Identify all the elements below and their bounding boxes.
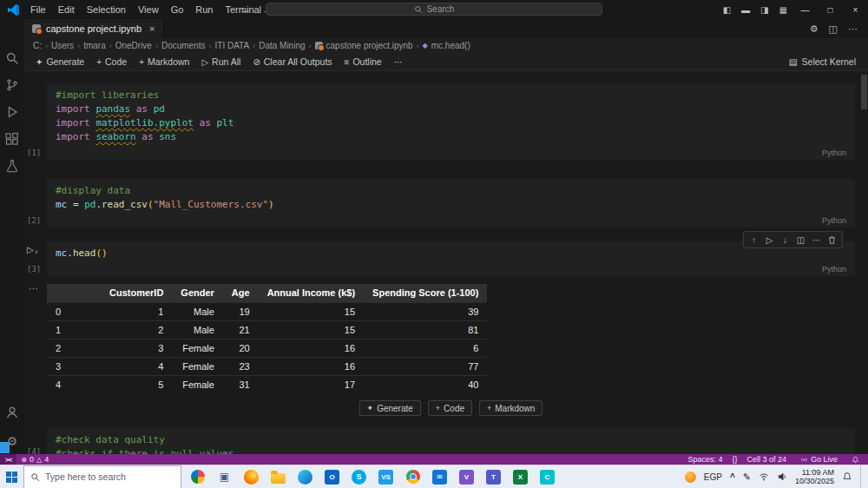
run-cell-button[interactable]: ▷∨ <box>27 245 38 254</box>
weather-widget-icon[interactable] <box>685 472 696 483</box>
close-tab-icon[interactable]: × <box>149 23 155 34</box>
taskbar-clock[interactable]: 11:09 AM 10/30/2025 <box>795 468 834 486</box>
code-line[interactable]: #check data quality <box>56 433 855 447</box>
taskbar-search[interactable]: Type here to search <box>23 465 181 488</box>
code-editor[interactable]: mc.head() <box>47 241 855 260</box>
customize-layout-icon[interactable]: ▦ <box>774 5 792 15</box>
toggle-sidebar-icon[interactable]: ◧ <box>718 5 736 15</box>
command-center-search[interactable]: Search <box>266 3 602 16</box>
editor-scrollbar[interactable] <box>861 75 867 109</box>
toolbar-more-button[interactable]: ⋯ <box>388 53 409 70</box>
output-more-icon[interactable]: ⋯ <box>29 283 38 294</box>
accounts-button[interactable] <box>0 400 24 427</box>
problems-status[interactable]: ⊗ 0 △ 4 <box>16 455 53 464</box>
menu-run[interactable]: Run <box>189 0 219 19</box>
go-live-button[interactable]: Go Live <box>796 455 842 464</box>
toggle-secondary-sidebar-icon[interactable]: ◨ <box>755 5 773 15</box>
notifications-bell-icon[interactable] <box>852 456 859 464</box>
taskbar-app-teams[interactable]: T <box>480 465 507 488</box>
currency-label[interactable]: EGP <box>704 472 722 482</box>
code-line[interactable]: mc = pd.read_csv("Mall_Customers.csv") <box>56 198 855 212</box>
taskbar-app-excel[interactable]: X <box>507 465 534 488</box>
close-window-button[interactable]: × <box>843 0 868 19</box>
breadcrumb-item[interactable]: Data Mining <box>259 41 305 50</box>
pen-icon[interactable]: ✎ <box>743 472 751 483</box>
maximize-button[interactable]: □ <box>818 0 843 19</box>
execute-below-button[interactable]: ↓ <box>778 233 792 247</box>
taskbar-app-edge[interactable] <box>292 465 319 488</box>
start-button[interactable] <box>0 465 23 488</box>
taskbar-app-file-explorer[interactable] <box>265 465 292 488</box>
action-center-icon[interactable] <box>842 472 852 482</box>
taskbar-app-task-view[interactable]: ▣ <box>211 465 238 488</box>
show-desktop-button[interactable] <box>860 465 864 488</box>
remote-indicator[interactable]: >< <box>0 454 16 465</box>
breadcrumb-item[interactable]: ITI DATA <box>215 41 250 50</box>
split-editor-icon[interactable]: ◫ <box>829 23 838 35</box>
toolbar-code-button[interactable]: +Code <box>90 53 133 70</box>
split-cell-button[interactable]: ◫ <box>793 233 808 247</box>
delete-cell-button[interactable] <box>825 233 839 247</box>
toolbar-markdown-button[interactable]: +Markdown <box>133 53 195 70</box>
code-line[interactable]: mc.head() <box>56 247 855 260</box>
taskbar-app-vscode[interactable]: VS <box>372 465 399 488</box>
breadcrumb-item[interactable]: Documents <box>161 41 206 50</box>
taskbar-app-outlook[interactable]: O <box>319 465 345 488</box>
toggle-panel-icon[interactable]: ▬ <box>736 5 755 15</box>
activitybar-extensions[interactable] <box>0 127 24 154</box>
volume-icon[interactable] <box>777 472 787 482</box>
activitybar-source-control[interactable] <box>0 73 24 100</box>
tab-capstone-project[interactable]: capstone project.ipynb × <box>24 19 164 38</box>
menu-selection[interactable]: Selection <box>81 0 132 19</box>
activitybar-run-and-debug[interactable] <box>0 100 24 127</box>
breadcrumb-item[interactable]: OneDrive <box>115 41 152 50</box>
breadcrumb-item[interactable]: tmara <box>83 41 106 50</box>
menu-edit[interactable]: Edit <box>52 0 81 19</box>
breadcrumb-item[interactable]: C: <box>33 41 42 50</box>
add-code-button[interactable]: +Code <box>428 400 472 416</box>
cell-position-status[interactable]: Cell 3 of 24 <box>746 455 786 464</box>
taskbar-app-chrome[interactable] <box>399 465 426 488</box>
indentation-status[interactable]: Spaces: 4 <box>687 455 722 464</box>
code-line[interactable]: #display data <box>56 184 855 198</box>
more-actions-icon[interactable]: ⋯ <box>848 23 858 35</box>
menu-go[interactable]: Go <box>165 0 190 19</box>
minimize-button[interactable]: — <box>792 0 818 19</box>
menu-file[interactable]: File <box>24 0 52 19</box>
execute-above-button[interactable]: ↑ <box>746 233 761 247</box>
code-line[interactable]: #import liberaries <box>56 89 855 102</box>
code-editor[interactable]: #check data quality#checks if there is n… <box>47 428 855 454</box>
execute-cell-button[interactable]: ▷ <box>762 233 777 247</box>
toolbar-run-all-button[interactable]: ▷Run All <box>195 53 247 70</box>
taskbar-app-firefox[interactable] <box>238 465 265 488</box>
taskbar-app-copilot[interactable] <box>184 465 211 488</box>
breadcrumb-item[interactable]: Users <box>51 41 74 50</box>
more-actions-button[interactable]: ⋯ <box>809 233 824 247</box>
taskbar-app-mail[interactable]: ✉ <box>426 465 453 488</box>
add-generate-button[interactable]: ✦Generate <box>359 400 421 416</box>
code-line[interactable]: import seaborn as sns <box>56 130 855 144</box>
taskbar-app-visual-studio[interactable]: V <box>453 465 480 488</box>
toolbar-generate-button[interactable]: ✦Generate <box>30 53 90 70</box>
toolbar-clear-all-outputs-button[interactable]: ⊘Clear All Outputs <box>247 53 338 70</box>
taskbar-app-capcut[interactable]: C <box>534 465 561 488</box>
toolbar-outline-button[interactable]: ≡Outline <box>339 53 388 70</box>
braces-icon[interactable]: {} <box>732 455 737 464</box>
code-editor[interactable]: #display datamc = pd.read_csv("Mall_Cust… <box>47 179 855 212</box>
network-icon[interactable] <box>759 472 769 482</box>
code-line[interactable]: #checks if there is null values <box>56 447 855 454</box>
taskbar-app-skype[interactable]: S <box>345 465 372 488</box>
code-line[interactable]: import pandas as pd <box>56 102 855 116</box>
hidden-icons-chevron[interactable]: ^ <box>730 472 735 482</box>
add-markdown-button[interactable]: +Markdown <box>479 400 542 416</box>
configure-icon[interactable]: ⚙ <box>810 23 819 35</box>
menu-view[interactable]: View <box>132 0 165 19</box>
breadcrumb-item[interactable]: capstone project.ipynb <box>326 41 413 50</box>
activitybar-search[interactable] <box>0 46 24 73</box>
activitybar-testing[interactable] <box>0 154 24 181</box>
select-kernel-button[interactable]: ▤ Select Kernel <box>789 56 868 67</box>
back-icon[interactable]: ← <box>241 0 251 19</box>
breadcrumb-item[interactable]: mc.head() <box>431 41 470 50</box>
code-line[interactable]: import matplotlib.pyplot as plt <box>56 116 855 130</box>
code-editor[interactable]: #import liberariesimport pandas as pdimp… <box>47 83 855 144</box>
